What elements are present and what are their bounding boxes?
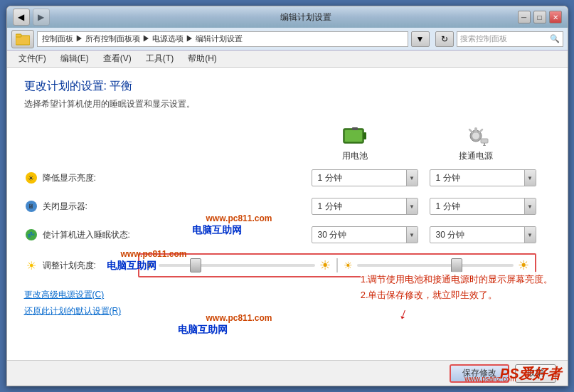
- power-slider-thumb[interactable]: [451, 258, 462, 272]
- turn-off-battery-dropdown[interactable]: 1 分钟 ▼: [312, 198, 418, 215]
- svg-rect-3: [363, 132, 366, 139]
- dim-power-dropdown[interactable]: 1 分钟 ▼: [430, 169, 536, 186]
- dim-display-row: ☀ 降低显示亮度: 1 分钟 ▼ 1 分钟 ▼: [24, 168, 551, 188]
- brightness-min-icon-battery: ☀: [145, 260, 154, 271]
- dim-icon: ☀: [24, 171, 38, 185]
- svg-rect-1: [16, 34, 21, 37]
- main-window: ◀ ▶ 编辑计划设置 ─ □ ✕ 控制面板 ▶ 所有控制面板项 ▶ 电源选项 ▶…: [6, 6, 568, 386]
- minimize-button[interactable]: ─: [518, 11, 531, 23]
- menu-edit[interactable]: 编辑(E): [55, 51, 95, 66]
- svg-line-10: [469, 129, 472, 132]
- dim-power-dropdown-arrow: ▼: [524, 170, 536, 186]
- battery-header-label: 用电池: [342, 150, 368, 162]
- content-area: 更改计划的设置: 平衡 选择希望计算机使用的睡眠设置和显示设置。 用电池: [7, 68, 568, 360]
- back-button[interactable]: ◀: [13, 9, 30, 26]
- sleep-label: 💤 使计算机进入睡眠状态:: [24, 228, 138, 242]
- refresh-button[interactable]: ↻: [435, 31, 454, 47]
- menu-bar: 文件(F) 编辑(E) 查看(V) 工具(T) 帮助(H): [7, 51, 568, 68]
- battery-slider-track[interactable]: [159, 264, 315, 267]
- path-dropdown-button[interactable]: ▼: [411, 31, 430, 47]
- turn-off-power-dropdown-arrow: ▼: [524, 198, 536, 214]
- window-title: 编辑计划设置: [50, 11, 562, 23]
- power-header-label: 接通电源: [459, 150, 493, 162]
- ps-site: www.psahz.com: [464, 374, 516, 383]
- turn-off-power-dropdown[interactable]: 1 分钟 ▼: [430, 198, 536, 215]
- menu-help[interactable]: 帮助(H): [182, 51, 223, 66]
- power-headers: 用电池 接通电源: [24, 125, 551, 162]
- menu-tools[interactable]: 工具(T): [140, 51, 179, 66]
- menu-view[interactable]: 查看(V): [97, 51, 137, 66]
- sleep-controls: 30 分钟 ▼ 30 分钟 ▼: [138, 226, 551, 243]
- turn-off-display-label: 🖥 关闭显示器:: [24, 199, 138, 213]
- svg-rect-8: [474, 127, 477, 133]
- sleep-icon: 💤: [24, 228, 38, 242]
- sleep-power-dropdown[interactable]: 30 分钟 ▼: [430, 226, 536, 243]
- svg-rect-5: [352, 127, 358, 130]
- battery-slider-thumb[interactable]: [190, 258, 201, 272]
- brightness-max-icon-battery: ☀: [319, 258, 331, 273]
- power-icon: [462, 125, 490, 147]
- window-controls: ─ □ ✕: [518, 11, 562, 23]
- svg-line-9: [479, 129, 482, 132]
- search-icon: 🔍: [550, 34, 560, 43]
- power-header: 接通电源: [415, 125, 536, 162]
- forward-button[interactable]: ▶: [33, 9, 50, 26]
- battery-header: 用电池: [294, 125, 415, 162]
- battery-brightness-slider: ☀ ☀: [145, 258, 331, 273]
- monitor-icon: 🖥: [24, 199, 38, 213]
- turn-off-controls: 1 分钟 ▼ 1 分钟 ▼: [138, 198, 551, 215]
- dim-display-controls: 1 分钟 ▼ 1 分钟 ▼: [138, 169, 551, 186]
- sleep-battery-dropdown[interactable]: 30 分钟 ▼: [312, 226, 418, 243]
- brightness-icon: ☀: [24, 258, 38, 272]
- dim-battery-dropdown-arrow: ▼: [406, 170, 418, 186]
- sleep-power-dropdown-arrow: ▼: [524, 227, 536, 243]
- sleep-row: 💤 使计算机进入睡眠状态: 30 分钟 ▼ 30 分钟 ▼: [24, 225, 551, 245]
- annotation-text: 1.调节使用电池和接通电源时的显示屏幕亮度。 2.单击保存修改，就立即生效了。: [361, 272, 553, 303]
- annotation-box: 1.调节使用电池和接通电源时的显示屏幕亮度。 2.单击保存修改，就立即生效了。: [361, 272, 553, 303]
- brightness-max-icon-power: ☀: [518, 258, 529, 273]
- menu-file[interactable]: 文件(F): [13, 51, 52, 66]
- maximize-button[interactable]: □: [533, 11, 546, 23]
- svg-rect-11: [481, 139, 488, 143]
- path-text: 控制面板 ▶ 所有控制面板项 ▶ 电源选项 ▶ 编辑计划设置: [42, 33, 243, 44]
- page-title: 更改计划的设置: 平衡: [24, 79, 551, 94]
- sleep-battery-dropdown-arrow: ▼: [406, 227, 418, 243]
- folder-icon: [11, 30, 34, 48]
- svg-rect-4: [345, 130, 362, 142]
- bottom-bar: 保存修改 取消 PS爱好者 www.psahz.com: [7, 360, 568, 386]
- dim-battery-dropdown[interactable]: 1 分钟 ▼: [312, 169, 418, 186]
- slider-divider: [336, 258, 338, 272]
- restore-defaults-link[interactable]: 还原此计划的默认设置(R): [24, 305, 551, 317]
- search-placeholder: 搜索控制面板: [460, 33, 550, 44]
- search-box[interactable]: 搜索控制面板 🔍: [457, 31, 563, 47]
- title-bar: ◀ ▶ 编辑计划设置 ─ □ ✕: [7, 6, 568, 28]
- page-subtitle: 选择希望计算机使用的睡眠设置和显示设置。: [24, 98, 551, 110]
- brightness-min-icon-power: ☀: [344, 260, 353, 271]
- power-brightness-slider: ☀ ☀: [344, 258, 529, 273]
- brightness-label: ☀ 调整计划亮度:: [24, 258, 138, 272]
- turn-off-display-row: 🖥 关闭显示器: 1 分钟 ▼ 1 分钟 ▼: [24, 196, 551, 216]
- watermark-6: 电脑互助网: [178, 324, 228, 337]
- battery-icon: [341, 125, 369, 147]
- close-button[interactable]: ✕: [549, 11, 562, 23]
- power-slider-track[interactable]: [357, 264, 514, 267]
- address-path[interactable]: 控制面板 ▶ 所有控制面板项 ▶ 电源选项 ▶ 编辑计划设置: [37, 31, 408, 47]
- turn-off-battery-dropdown-arrow: ▼: [406, 198, 418, 214]
- address-bar: 控制面板 ▶ 所有控制面板项 ▶ 电源选项 ▶ 编辑计划设置 ▼ ↻ 搜索控制面…: [7, 28, 568, 51]
- dim-display-label: ☀ 降低显示亮度:: [24, 171, 138, 185]
- svg-point-7: [472, 132, 479, 139]
